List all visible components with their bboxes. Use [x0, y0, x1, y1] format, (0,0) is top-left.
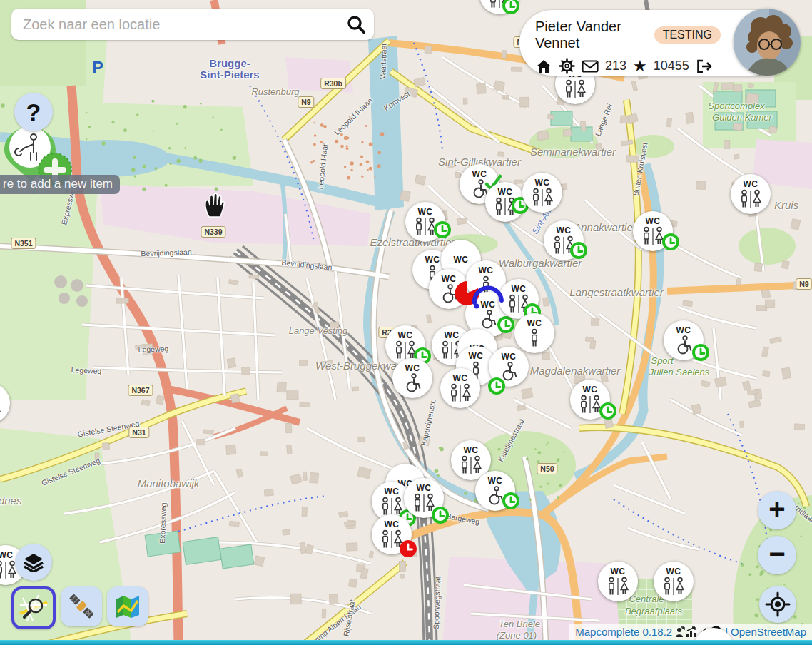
road-ref-badge: R30b — [320, 78, 346, 89]
user-stats-icon[interactable] — [675, 626, 685, 638]
wc-marker-single[interactable]: WC — [514, 313, 554, 353]
map-label: Seminariekwartier — [530, 146, 616, 158]
map-label: Vaartstraat — [378, 44, 388, 80]
wc-marker-label: WC — [445, 331, 460, 340]
geolocate-button[interactable] — [759, 586, 796, 623]
zoom-in-button[interactable]: + — [758, 491, 796, 529]
opening-hours-badge-clock-open — [502, 492, 520, 510]
hand-cursor-icon — [201, 191, 228, 220]
wc-marker-label: WC — [398, 331, 413, 340]
wc-marker-label: WC — [469, 352, 484, 360]
opening-hours-badge-clock-open — [433, 220, 452, 239]
osm-map-icon — [19, 594, 49, 622]
wc-marker-label: WC — [418, 208, 433, 216]
wc-marker-male-female[interactable]: WC — [598, 562, 638, 601]
plus-icon: + — [768, 494, 785, 523]
background-layer-switcher — [11, 586, 148, 629]
road-ref-badge: N31 — [128, 427, 149, 438]
layers-icon — [24, 553, 44, 572]
wc-marker-label: WC — [557, 226, 572, 235]
wc-marker-wheelchair[interactable]: WC — [392, 358, 432, 398]
background-option-map[interactable] — [107, 586, 148, 626]
satellite-icon — [68, 593, 95, 620]
map-label: Sport — [651, 355, 673, 366]
map-label: Langestraatkwartier — [569, 286, 664, 298]
map-label: Sportcomplex — [708, 101, 764, 111]
arc-marker-blue[interactable] — [470, 281, 507, 311]
road-ref-badge: N339 — [201, 226, 225, 238]
map-label: Julien Saelens — [649, 367, 710, 377]
wc-marker-male-female[interactable]: WC — [654, 562, 694, 601]
map-label: Annakwartier — [574, 221, 636, 233]
road-ref-badge: N367 — [128, 385, 153, 396]
road-ref-badge: N50 — [537, 463, 557, 474]
map-label: Brugge- — [209, 57, 250, 69]
add-item-tooltip: re to add a new item — [0, 175, 120, 194]
opening-hours-badge-clock-open — [569, 241, 588, 260]
wc-marker-label: WC — [453, 374, 468, 382]
opening-hours-badge-clock-open — [497, 315, 515, 334]
wc-marker-label: WC — [744, 180, 758, 188]
logout-icon[interactable] — [696, 59, 714, 74]
app-version-link[interactable]: Mapcomplete 0.18.2 — [575, 626, 672, 638]
gear-icon[interactable] — [559, 58, 575, 74]
background-option-osm[interactable] — [11, 586, 56, 629]
map-label: Legeweg — [71, 365, 101, 375]
wc-marker-label: WC — [454, 255, 469, 264]
wc-marker-label: WC — [498, 188, 513, 196]
map-label: Bevrijdingslaan — [141, 248, 192, 258]
map-label: Ten Briele — [499, 619, 540, 629]
opening-hours-badge-clock-open — [431, 506, 450, 524]
map-label: Magdalenakwartier — [530, 365, 621, 377]
help-label: ? — [26, 98, 41, 126]
wc-marker-label: WC — [417, 484, 432, 492]
user-name: Pieter Vander Vennet — [535, 19, 647, 51]
map-label: (Zone 01) — [497, 630, 537, 641]
opening-hours-badge-clock-open — [599, 402, 617, 420]
testing-badge: TESTING — [654, 26, 721, 44]
road-ref-badge: N351 — [11, 238, 36, 249]
wc-marker-label: WC — [512, 285, 527, 293]
search-bar[interactable] — [11, 9, 374, 40]
road-ref-badge: N9 — [298, 96, 314, 108]
map-label: Rustenburg — [251, 86, 299, 97]
messages-icon[interactable] — [582, 60, 599, 73]
opening-hours-badge-clock-open — [502, 0, 520, 15]
map-label: Spoorwegstraat — [432, 577, 442, 629]
crosshair-icon — [765, 591, 791, 617]
wc-marker-label: WC — [464, 446, 479, 454]
minus-icon: − — [768, 539, 785, 568]
wc-marker-label: WC — [527, 319, 542, 327]
wc-marker-male-female[interactable]: WC — [440, 368, 480, 408]
wc-marker-male-female[interactable]: WC — [731, 174, 771, 214]
search-icon[interactable] — [345, 14, 367, 35]
wc-marker-label: WC — [583, 385, 598, 394]
home-icon[interactable] — [535, 59, 552, 74]
attribution-bar: Mapcomplete 0.18.2 | OpenStreetMap — [569, 624, 812, 640]
folded-map-icon — [115, 594, 141, 619]
layers-button[interactable] — [15, 544, 52, 581]
search-input[interactable] — [11, 16, 345, 33]
background-option-satellite[interactable] — [61, 586, 102, 626]
wc-marker-label: WC — [479, 266, 494, 275]
map-label: Kruis — [774, 199, 798, 211]
opening-hours-badge-clock-closed — [399, 539, 417, 558]
map-label: Expressweg — [158, 502, 168, 544]
map-label: Legeweg — [138, 344, 168, 353]
opening-hours-badge-clock-open — [691, 343, 710, 362]
map-label: Sint-Pieters — [200, 68, 259, 81]
osm-link[interactable]: OpenStreetMap — [731, 626, 806, 638]
help-button[interactable]: ? — [14, 93, 53, 131]
statistics-icon[interactable] — [686, 626, 697, 638]
map-label: Gulden Kamer — [712, 112, 772, 123]
message-count: 213 — [605, 59, 626, 73]
wc-marker-male-female[interactable]: WC — [522, 173, 562, 213]
wc-marker-label: WC — [488, 477, 503, 485]
wc-marker-label: WC — [502, 352, 517, 361]
avatar[interactable] — [734, 9, 801, 76]
road-ref-badge: N9 — [796, 278, 812, 290]
zoom-out-button[interactable]: − — [758, 536, 796, 574]
wc-marker-label: WC — [385, 520, 400, 529]
parking-icon: P — [92, 58, 103, 78]
wc-marker-label: WC — [676, 326, 691, 335]
